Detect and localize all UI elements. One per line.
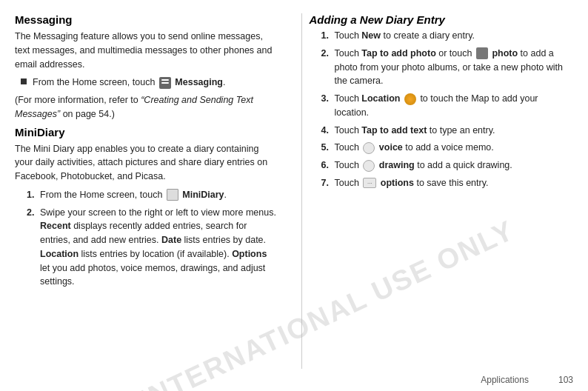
bullet-icon bbox=[21, 78, 27, 84]
messaging-bullet-text: From the Home screen, touch Messaging. bbox=[33, 76, 225, 90]
messaging-ref: (For more information, refer to “Creatin… bbox=[15, 93, 279, 121]
messaging-bullet: From the Home screen, touch Messaging. bbox=[21, 76, 279, 90]
footer: Applications 103 bbox=[481, 375, 573, 385]
messaging-section: Messaging The Messaging feature allows y… bbox=[15, 13, 279, 121]
right-title: Adding a New Diary Entry bbox=[310, 13, 574, 26]
diary-step-1: 1. Touch New to create a diary entry. bbox=[321, 29, 574, 43]
right-column: Adding a New Diary Entry 1. Touch New to… bbox=[301, 13, 574, 369]
minidiary-body: The Mini Diary app enables you to create… bbox=[15, 142, 279, 184]
diary-step-4: 4. Touch Tap to add text to type an entr… bbox=[321, 124, 574, 138]
voice-icon bbox=[363, 142, 375, 154]
diary-steps: 1. Touch New to create a diary entry. 2.… bbox=[321, 29, 574, 190]
diary-step-6: 6. Touch drawing to add a quick drawing. bbox=[321, 158, 574, 173]
footer-page-number: 103 bbox=[558, 375, 573, 385]
minidiary-section: MiniDiary The Mini Diary app enables you… bbox=[15, 126, 279, 290]
messaging-body: The Messaging feature allows you to send… bbox=[15, 30, 279, 71]
minidiary-step-2: 2. Swipe your screen to the right or lef… bbox=[27, 206, 279, 290]
diary-step-3: 3. Touch Location to touch the Map to ad… bbox=[321, 92, 574, 120]
minidiary-steps: 1. From the Home screen, touch MiniDiary… bbox=[27, 188, 279, 289]
footer-label: Applications bbox=[481, 375, 529, 385]
location-icon bbox=[404, 93, 416, 105]
left-column: Messaging The Messaging feature allows y… bbox=[15, 13, 287, 369]
page-container: Messaging The Messaging feature allows y… bbox=[0, 0, 588, 391]
minidiary-step-1: 1. From the Home screen, touch MiniDiary… bbox=[27, 188, 279, 202]
messaging-icon bbox=[159, 77, 171, 89]
diary-step-2: 2. Touch Tap to add photo or touch photo… bbox=[321, 47, 574, 88]
minidiary-app-icon bbox=[167, 189, 178, 201]
messaging-title: Messaging bbox=[15, 13, 279, 26]
photo-icon bbox=[476, 47, 488, 59]
diary-step-7: 7. Touch ··· options to save this entry. bbox=[321, 176, 574, 190]
minidiary-title: MiniDiary bbox=[15, 126, 279, 138]
diary-step-5: 5. Touch voice to add a voice memo. bbox=[321, 141, 574, 155]
drawing-icon bbox=[363, 160, 375, 172]
options-icon: ··· bbox=[363, 178, 376, 188]
